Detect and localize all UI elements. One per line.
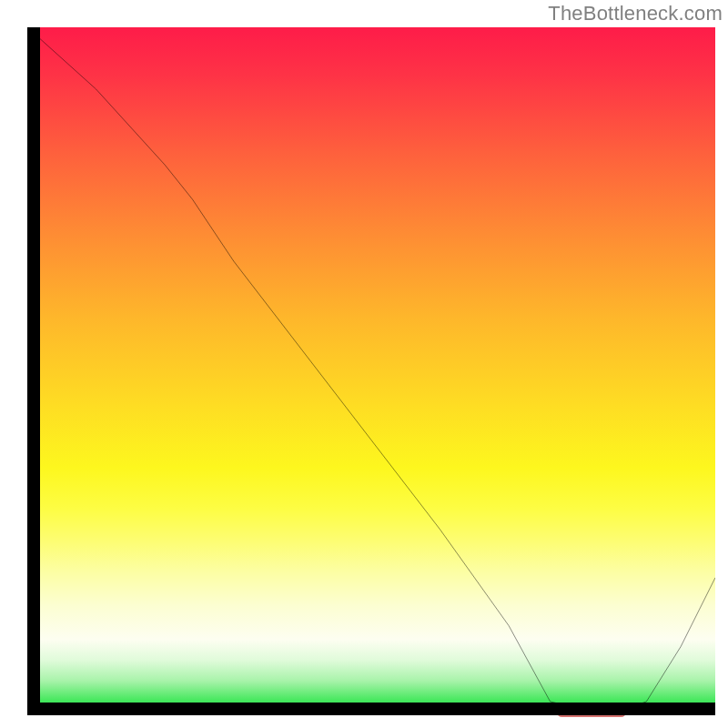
curve-path: [27, 27, 715, 712]
plot-area: [27, 27, 715, 715]
bottleneck-curve: [27, 27, 715, 715]
chart-canvas: TheBottleneck.com: [0, 0, 728, 728]
optimal-range-marker: [557, 707, 626, 717]
watermark-text: TheBottleneck.com: [548, 2, 723, 25]
